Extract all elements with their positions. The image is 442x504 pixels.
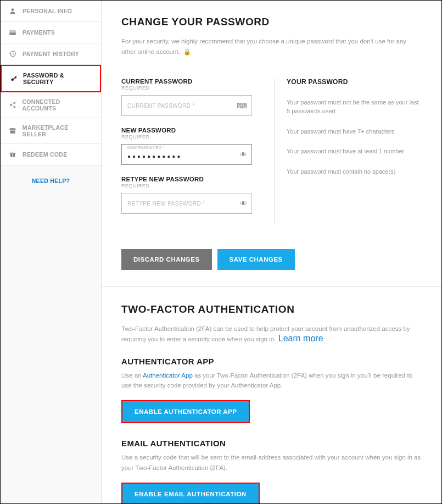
sidebar-item-personal-info[interactable]: PERSONAL INFO bbox=[1, 1, 101, 22]
enable-email-authentication-button[interactable]: ENABLE EMAIL AUTHENTICATION bbox=[122, 484, 259, 503]
change-password-desc: For your security, we highly recommend t… bbox=[121, 38, 406, 55]
email-auth-desc: Use a security code that will be sent to… bbox=[121, 452, 422, 473]
discard-changes-button[interactable]: DISCARD CHANGES bbox=[121, 249, 212, 270]
share-icon bbox=[8, 101, 16, 109]
sidebar-item-marketplace-seller[interactable]: MARKETPLACE SELLER bbox=[1, 118, 101, 144]
sidebar-item-payment-history[interactable]: PAYMENT HISTORY bbox=[1, 43, 101, 65]
svg-point-4 bbox=[11, 78, 14, 81]
new-password-label: NEW PASSWORD bbox=[121, 127, 252, 134]
keyboard-icon: ⌨ bbox=[237, 101, 247, 109]
floating-label: NEW PASSWORD * bbox=[127, 146, 164, 149]
required-text: REQUIRED bbox=[121, 85, 252, 91]
current-password-label: CURRENT PASSWORD bbox=[121, 78, 252, 85]
svg-point-7 bbox=[13, 106, 15, 108]
current-password-wrap: ⌨ bbox=[121, 95, 252, 116]
sidebar-item-connected-accounts[interactable]: CONNECTED ACCOUNTS bbox=[1, 92, 101, 118]
enable-auth-app-highlight: ENABLE AUTHENTICATOR APP bbox=[121, 400, 250, 423]
learn-more-link[interactable]: Learn more bbox=[278, 334, 323, 343]
sidebar-item-password-security[interactable]: PASSWORD & SECURITY bbox=[1, 65, 101, 92]
sidebar-item-label: MARKETPLACE SELLER bbox=[23, 124, 93, 137]
svg-rect-1 bbox=[9, 31, 16, 35]
main-content: CHANGE YOUR PASSWORD For your security, … bbox=[102, 1, 441, 503]
svg-point-5 bbox=[13, 102, 15, 104]
sidebar-item-payments[interactable]: PAYMENTS bbox=[1, 22, 101, 43]
password-rule: Your password must not be the same as yo… bbox=[287, 98, 422, 116]
required-text: REQUIRED bbox=[121, 183, 252, 189]
enable-authenticator-app-button[interactable]: ENABLE AUTHENTICATOR APP bbox=[122, 401, 249, 422]
required-text: REQUIRED bbox=[121, 134, 252, 140]
twofa-desc: Two-Factor Authentication (2FA) can be u… bbox=[121, 325, 410, 342]
retype-password-wrap: 👁 bbox=[121, 193, 252, 214]
your-password-title: YOUR PASSWORD bbox=[287, 78, 422, 86]
password-rule: Your password must have 7+ characters bbox=[287, 127, 422, 136]
svg-point-6 bbox=[9, 104, 12, 106]
current-password-input[interactable] bbox=[122, 96, 251, 115]
twofa-title: TWO-FACTOR AUTHENTICATION bbox=[121, 303, 422, 315]
retype-password-input[interactable] bbox=[122, 193, 251, 213]
gift-icon bbox=[8, 150, 17, 159]
history-icon bbox=[8, 49, 17, 58]
sidebar-item-label: PERSONAL INFO bbox=[23, 8, 72, 14]
sidebar-item-label: REDEEM CODE bbox=[23, 151, 67, 158]
sidebar-item-label: PAYMENT HISTORY bbox=[23, 51, 79, 57]
svg-point-12 bbox=[13, 152, 14, 153]
retype-password-label: RETYPE NEW PASSWORD bbox=[121, 176, 252, 182]
card-icon bbox=[8, 28, 17, 37]
auth-app-prefix: Use an bbox=[121, 372, 143, 379]
save-changes-button[interactable]: SAVE CHANGES bbox=[217, 249, 295, 270]
enable-email-auth-highlight: ENABLE EMAIL AUTHENTICATION bbox=[121, 483, 260, 503]
email-auth-title: EMAIL AUTHENTICATION bbox=[121, 439, 422, 448]
authenticator-app-title: AUTHENTICATOR APP bbox=[121, 357, 422, 366]
lock-icon: 🔒 bbox=[183, 48, 191, 56]
divider bbox=[102, 286, 441, 287]
authenticator-app-link[interactable]: Authenticator App bbox=[143, 372, 193, 379]
password-rule: Your password must have at least 1 numbe… bbox=[287, 147, 422, 156]
eye-icon[interactable]: 👁 bbox=[240, 150, 247, 158]
sidebar-item-redeem-code[interactable]: REDEEM CODE bbox=[1, 144, 101, 165]
change-password-title: CHANGE YOUR PASSWORD bbox=[121, 16, 422, 28]
sidebar-item-label: CONNECTED ACCOUNTS bbox=[22, 98, 93, 112]
svg-rect-10 bbox=[12, 153, 13, 157]
password-rule: Your password must contain no space(s) bbox=[287, 167, 422, 176]
eye-icon[interactable]: 👁 bbox=[240, 199, 247, 207]
person-icon bbox=[8, 7, 17, 15]
svg-rect-2 bbox=[9, 31, 16, 32]
sidebar-item-label: PASSWORD & SECURITY bbox=[23, 72, 92, 85]
new-password-wrap: NEW PASSWORD * 👁 bbox=[121, 144, 252, 165]
need-help-link[interactable]: NEED HELP? bbox=[1, 165, 101, 196]
key-icon bbox=[9, 74, 18, 83]
sidebar-item-label: PAYMENTS bbox=[23, 29, 55, 36]
sidebar: PERSONAL INFO PAYMENTS PAYMENT HISTORY P… bbox=[1, 1, 102, 503]
svg-point-11 bbox=[11, 152, 12, 153]
svg-point-0 bbox=[12, 8, 14, 11]
store-icon bbox=[8, 126, 17, 135]
